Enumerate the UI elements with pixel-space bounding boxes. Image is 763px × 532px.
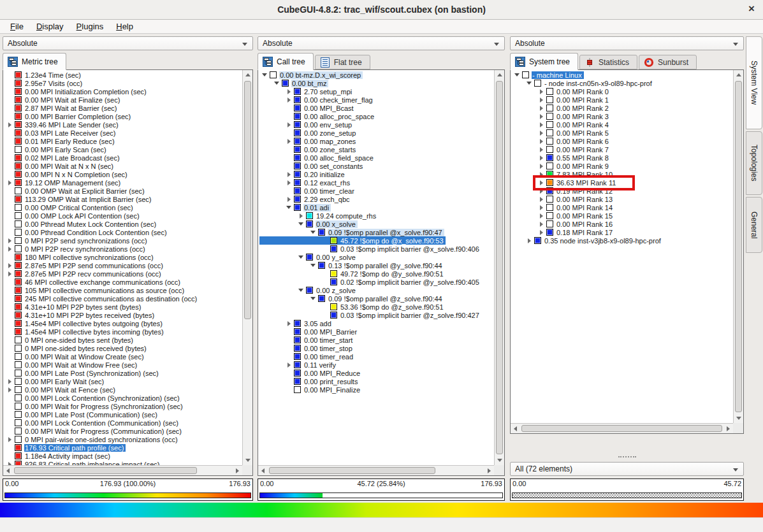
metric-tree-item[interactable]: 0.00 MPI Barrier Completion (sec) bbox=[4, 112, 133, 120]
scroll-left-icon[interactable] bbox=[511, 424, 520, 433]
metric-tree-item[interactable]: 0.00 Pthread Condition Lock Contention (… bbox=[4, 228, 169, 236]
system-tree-item[interactable]: 0.00 MPI Rank 15 bbox=[512, 212, 614, 220]
expander-collapsed-icon[interactable] bbox=[536, 131, 546, 136]
system-value-mode-select[interactable]: Absolute bbox=[510, 36, 744, 50]
metric-tree-item[interactable]: 2.95e7 Visits (occ) bbox=[4, 79, 84, 87]
scrollbar-thumb[interactable] bbox=[521, 425, 722, 432]
call-tree-item[interactable]: 0.00 map_zones bbox=[259, 137, 358, 145]
scrollbar-thumb[interactable] bbox=[496, 81, 503, 454]
call-tree-item[interactable]: 0.00 MPI_Reduce bbox=[259, 369, 362, 377]
expander-collapsed-icon[interactable] bbox=[536, 89, 546, 94]
call-tree-item[interactable]: 0.00 set_constants bbox=[259, 162, 365, 170]
expander-collapsed-icon[interactable] bbox=[4, 180, 15, 185]
expander-collapsed-icon[interactable] bbox=[536, 114, 546, 119]
call-tree-item[interactable]: 2.70 setup_mpi bbox=[259, 87, 354, 96]
expander-collapsed-icon[interactable] bbox=[536, 222, 546, 227]
system-item-filter-select[interactable]: All (72 elements) bbox=[510, 462, 744, 476]
metric-tree-item[interactable]: 0.00 MPI Lock Contention (Synchronizatio… bbox=[4, 394, 182, 402]
expander-collapsed-icon[interactable] bbox=[284, 97, 294, 103]
expander-expanded-icon[interactable] bbox=[296, 255, 306, 259]
metric-tree-item[interactable]: 0.03 MPI Late Receiver (sec) bbox=[4, 129, 117, 137]
expander-collapsed-icon[interactable] bbox=[284, 139, 294, 144]
close-icon[interactable]: × bbox=[748, 3, 755, 15]
metric-tree-item[interactable]: 2.87 MPI Wait at Barrier (sec) bbox=[4, 104, 119, 112]
metric-tree-item[interactable]: 1.23e4 Time (sec) bbox=[4, 71, 83, 79]
call-value-mode-select[interactable]: Absolute bbox=[258, 36, 505, 50]
metric-tree-item[interactable]: 245 MPI collective communications as des… bbox=[4, 294, 199, 303]
metric-tree-item[interactable]: 1.45e4 MPI collective bytes outgoing (by… bbox=[4, 319, 164, 327]
system-tree-item[interactable]: 0.00 MPI Rank 3 bbox=[512, 112, 611, 120]
expander-collapsed-icon[interactable] bbox=[536, 205, 546, 210]
expander-collapsed-icon[interactable] bbox=[536, 213, 546, 219]
expander-collapsed-icon[interactable] bbox=[536, 197, 546, 202]
metric-tree-item[interactable]: 0.00 MPI Wait at Window Free (sec) bbox=[4, 361, 139, 369]
metric-tree-item[interactable]: 2.87e5 MPI P2P recv communications (occ) bbox=[4, 270, 163, 278]
call-tree-item[interactable]: 0.00 MPI_Barrier bbox=[259, 327, 359, 336]
metric-tree-item[interactable]: 4.31e+10 MPI P2P bytes received (bytes) bbox=[4, 311, 156, 319]
expander-collapsed-icon[interactable] bbox=[284, 180, 294, 185]
call-tree-item[interactable]: 0.11 verify bbox=[259, 361, 338, 369]
system-tree-item[interactable]: 0.00 MPI Rank 6 bbox=[512, 137, 611, 145]
expander-expanded-icon[interactable] bbox=[284, 206, 294, 209]
call-tree-item[interactable]: 53.36 !$omp do @z_solve.f90:51 bbox=[259, 303, 446, 311]
metric-tree-item[interactable]: 0.00 MPI Early Scan (sec) bbox=[4, 145, 108, 154]
expander-collapsed-icon[interactable] bbox=[284, 363, 294, 368]
system-tree-item[interactable]: 0.00 MPI Rank 2 bbox=[512, 104, 611, 112]
metric-tree-item[interactable]: 0.00 MPI Lock Contention (Communication)… bbox=[4, 419, 180, 427]
call-tree-item[interactable]: 0.00 timer_clear bbox=[259, 187, 356, 195]
expander-collapsed-icon[interactable] bbox=[284, 89, 294, 94]
system-tree-item[interactable]: 0.00 MPI Rank 4 bbox=[512, 120, 611, 129]
expander-collapsed-icon[interactable] bbox=[284, 321, 294, 326]
system-tree-item[interactable]: 0.00 MPI Rank 16 bbox=[512, 220, 614, 228]
metric-tree-item[interactable]: 0.00 MPI Wait at Finalize (sec) bbox=[4, 96, 122, 104]
metric-tree-item[interactable]: 0.00 MPI Wait for Progress (Communicatio… bbox=[4, 427, 184, 435]
metric-tree-item[interactable]: 0.00 OMP Wait at Explicit Barrier (sec) bbox=[4, 187, 147, 195]
system-horizontal-scrollbar[interactable] bbox=[511, 423, 733, 433]
call-tree-item[interactable]: 0.03 !$omp implicit barrier @z_solve.f90… bbox=[259, 311, 481, 319]
expander-expanded-icon[interactable] bbox=[512, 73, 522, 76]
metric-tree-item[interactable]: 0.00 MPI Wait at N x N (sec) bbox=[4, 162, 115, 170]
expander-expanded-icon[interactable] bbox=[296, 222, 306, 226]
system-vertical-scrollbar[interactable] bbox=[733, 70, 743, 423]
metric-tree-item[interactable]: 0.00 OMP Lock API Contention (sec) bbox=[4, 212, 142, 220]
call-tree-item[interactable]: 0.03 !$omp implicit barrier @x_solve.f90… bbox=[259, 245, 481, 253]
call-tree-item[interactable]: 0.00 bt_mz bbox=[259, 79, 328, 87]
call-tree-item[interactable]: 0.09 !$omp parallel @z_solve.f90:44 bbox=[259, 294, 444, 303]
dock-tab-topologies[interactable]: Topologies bbox=[746, 131, 762, 195]
call-tree-item[interactable]: 45.72 !$omp do @x_solve.f90:53 bbox=[259, 236, 446, 245]
expander-collapsed-icon[interactable] bbox=[536, 122, 546, 127]
tab-metric-tree[interactable]: Metric tree bbox=[3, 53, 66, 70]
expander-expanded-icon[interactable] bbox=[308, 264, 318, 267]
metric-tree-item[interactable]: 180 MPI collective synchronizations (occ… bbox=[4, 253, 156, 261]
scroll-down-icon[interactable] bbox=[734, 413, 743, 423]
metric-tree-item[interactable]: 1.18e4 Activity impact (sec) bbox=[4, 452, 112, 460]
scrollbar-thumb[interactable] bbox=[269, 467, 435, 474]
scroll-left-icon[interactable] bbox=[3, 466, 13, 475]
system-tree-item[interactable]: 0.35 node inst-v3jb8-x9-ol89-hpc-prof bbox=[512, 236, 663, 245]
expander-collapsed-icon[interactable] bbox=[4, 387, 15, 392]
metric-tree-item[interactable]: 0.00 MPI Early Wait (sec) bbox=[4, 377, 106, 385]
expander-expanded-icon[interactable] bbox=[272, 82, 282, 85]
menu-plugins[interactable]: Plugins bbox=[70, 20, 110, 32]
call-horizontal-scrollbar[interactable] bbox=[258, 465, 494, 475]
metric-tree-item[interactable]: 0.00 MPI Initialization Completion (sec) bbox=[4, 87, 149, 96]
metric-tree-item[interactable]: 0.00 MPI Wait for Progress (Synchronizat… bbox=[4, 402, 185, 410]
metric-tree-item[interactable]: 0.00 MPI Late Post (Synchronization) (se… bbox=[4, 369, 161, 377]
scroll-right-icon[interactable] bbox=[484, 466, 494, 475]
expander-collapsed-icon[interactable] bbox=[4, 247, 15, 252]
metric-tree-item[interactable]: 0 MPI P2P recv synchronizations (occ) bbox=[4, 245, 147, 253]
call-tree-item[interactable]: 0.12 exact_rhs bbox=[259, 178, 352, 187]
metric-tree-item[interactable]: 105 MPI collective communications as sou… bbox=[4, 286, 186, 294]
system-tree-item[interactable]: - node inst-cn05n-x9-ol89-hpc-prof bbox=[512, 79, 654, 87]
expander-collapsed-icon[interactable] bbox=[4, 122, 15, 127]
call-tree-item[interactable]: 0.00 timer_read bbox=[259, 352, 355, 361]
expander-collapsed-icon[interactable] bbox=[524, 238, 534, 243]
scroll-up-icon[interactable] bbox=[734, 70, 743, 80]
system-tree-item[interactable]: - machine Linux bbox=[512, 71, 584, 79]
tab-system-tree[interactable]: System tree bbox=[510, 53, 578, 70]
call-tree-item[interactable]: 0.00 alloc_field_space bbox=[259, 154, 375, 162]
expander-collapsed-icon[interactable] bbox=[536, 230, 546, 235]
scrollbar-thumb[interactable] bbox=[735, 81, 742, 412]
system-tree-item[interactable]: 0.00 MPI Rank 1 bbox=[512, 96, 611, 104]
system-tree-item[interactable]: 0.00 MPI Rank 13 bbox=[512, 195, 614, 203]
